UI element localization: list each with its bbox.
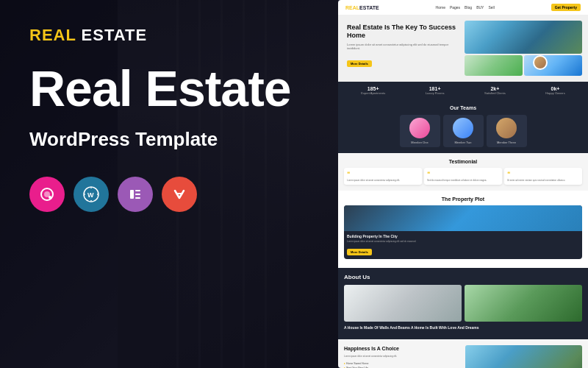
property-image [344,205,582,231]
mini-hero-title: Real Estate Is The Key To Success Home [347,24,459,40]
mini-stats: 185+ Expert Apartments 181+ Luxury Rooms… [338,82,588,99]
testimonial-cards: ❝ Lorem ipsum dolor sit amet consectetur… [344,168,582,185]
svg-rect-7 [135,194,140,195]
team-name-2: Member Two [446,141,481,144]
stat-num-apartments: 185+ [361,86,385,91]
main-heading: Real Estate [29,63,309,113]
stat-label-rooms: Luxury Rooms [426,91,445,95]
happiness-image [465,345,582,368]
quform-icon [29,177,65,212]
team-card-2: Member Two [443,115,484,147]
svg-point-2 [49,196,51,199]
nav-link-home: Home [436,5,445,10]
mini-happiness-section: Happiness Is A Choice Lorem ipsum dolor … [338,339,588,368]
stat-num-clients: 2k+ [484,86,506,91]
brand-estate: ESTATE [76,26,148,44]
mini-hero-text: Real Estate Is The Key To Success Home L… [344,21,462,76]
left-panel: REAL ESTATE Real Estate WordPress Templa… [0,0,338,368]
mini-house-image-2 [465,55,523,76]
testimonial-text-1: Lorem ipsum dolor sit amet consectetur a… [347,179,419,182]
team-avatar-1 [409,118,430,138]
wordpress-icon: W [74,177,109,212]
quote-icon-2: ❝ [427,171,499,177]
mini-hero-btn[interactable]: More Details [347,60,372,67]
mini-stat-apartments: 185+ Expert Apartments [361,86,385,95]
about-title: About Us [344,274,582,280]
mini-stat-owners: 0k+ Happy Owners [545,86,564,95]
testimonial-text-3: Ut enim ad minim veniam quis nostrud exe… [507,179,579,182]
nav-link-sell: Sell [488,5,494,10]
mini-nav-links: Home Pages Blog BUY Sell [436,5,495,10]
happiness-list: Home Sweet Home Start Your New Life Buil… [344,361,461,368]
mini-cta-button[interactable]: Get Property [551,4,581,11]
mini-team: Member One Member Two Member Three [344,115,582,147]
happiness-right [465,345,582,368]
mini-hero-images [465,21,582,76]
property-desc: Lorem ipsum dolor sit amet consectetur a… [347,240,579,243]
happiness-title: Happiness Is A Choice [344,345,461,352]
svg-rect-8 [135,197,140,199]
mini-logo-real: REAL [345,5,359,10]
mini-house-image-1 [465,21,582,54]
understrap-icon [162,177,197,212]
stat-num-rooms: 181+ [426,86,445,91]
mini-avatar [533,55,548,70]
stat-label-apartments: Expert Apartments [361,91,385,95]
brand-real: REAL [29,26,76,44]
mini-property-section: The Property Plot Building Property In T… [338,191,588,268]
property-card: Building Property In The City Lorem ipsu… [344,205,582,259]
stat-label-clients: Satisfied Clients [484,91,506,95]
mini-hero: Real Estate Is The Key To Success Home L… [338,15,588,82]
mini-team-section: Our Teams Member One Member Two Member T… [338,99,588,153]
about-image-1 [344,285,462,322]
mini-site[interactable]: REALESTATE Home Pages Blog BUY Sell Get … [338,0,588,368]
sub-heading: WordPress Template [29,128,309,151]
happiness-text: Happiness Is A Choice Lorem ipsum dolor … [344,345,461,368]
testimonial-title: Testimonial [344,159,582,164]
stat-label-owners: Happy Owners [545,91,564,95]
svg-rect-5 [130,190,134,199]
team-avatar-3 [496,118,517,138]
about-heading: A House Is Made Of Walls And Beams A Hom… [344,325,582,330]
elementor-icon [118,177,153,212]
mini-about-section: About Us A House Is Made Of Walls And Be… [338,268,588,339]
testimonial-card-1: ❝ Lorem ipsum dolor sit amet consectetur… [344,168,422,185]
property-btn[interactable]: More Details [347,249,372,255]
about-image-2 [465,285,582,322]
right-panel: REALESTATE Home Pages Blog BUY Sell Get … [338,0,588,368]
svg-rect-6 [135,190,140,191]
team-card-3: Member Three [487,115,527,147]
property-section-title: The Property Plot [344,197,582,202]
left-content: REAL ESTATE Real Estate WordPress Templa… [0,0,338,238]
mini-stat-rooms: 181+ Luxury Rooms [426,86,445,95]
nav-link-pages: Pages [450,5,460,10]
brand-title: REAL ESTATE [29,26,309,45]
testimonial-card-2: ❝ Sed do eiusmod tempor incididunt ut la… [424,168,502,185]
mini-navbar: REALESTATE Home Pages Blog BUY Sell Get … [338,0,588,15]
nav-link-blog: Blog [465,5,472,10]
property-info: Building Property In The City Lorem ipsu… [344,231,582,259]
quote-icon-1: ❝ [347,171,419,177]
mini-logo: REALESTATE [345,5,379,10]
stat-num-owners: 0k+ [545,86,564,91]
team-section-title: Our Teams [344,105,582,110]
mini-hero-desc: Lorem ipsum dolor sit amet consectetur a… [347,43,459,51]
mini-stat-clients: 2k+ Satisfied Clients [484,86,506,95]
team-name-1: Member One [403,141,437,144]
team-card-1: Member One [400,115,440,147]
about-grid [344,285,582,322]
plugin-icons: W [29,177,309,212]
happiness-desc: Lorem ipsum dolor sit amet consectetur a… [344,355,461,358]
mini-testimonial-section: Testimonial ❝ Lorem ipsum dolor sit amet… [338,153,588,191]
testimonial-text-2: Sed do eiusmod tempor incididunt ut labo… [427,179,499,182]
property-name: Building Property In The City [347,234,579,238]
team-name-3: Member Three [490,141,524,144]
testimonial-card-3: ❝ Ut enim ad minim veniam quis nostrud e… [504,168,582,185]
quote-icon-3: ❝ [507,171,579,177]
mini-logo-estate: ESTATE [359,5,379,10]
svg-text:W: W [87,191,94,199]
team-avatar-2 [453,118,473,138]
nav-link-buy: BUY [476,5,484,10]
